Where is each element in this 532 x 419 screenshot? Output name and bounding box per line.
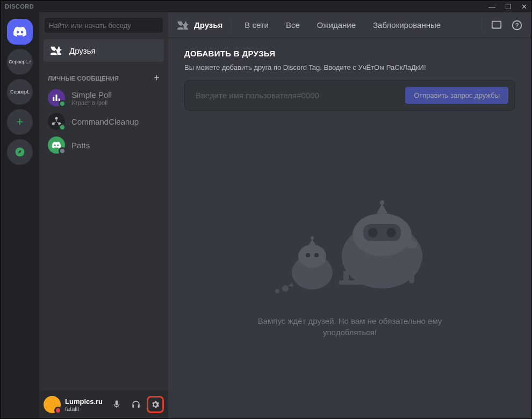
svg-point-25 (282, 285, 289, 292)
add-friend-row: Отправить запрос дружбы (184, 80, 515, 111)
dm-item[interactable]: Patts (44, 134, 164, 156)
app-body: СерверL.r СерверL + Найти или начать бес… (1, 12, 531, 418)
topbar-title: Друзья (194, 20, 222, 30)
find-conversation-input[interactable]: Найти или начать беседу (45, 18, 163, 33)
dm-activity: Играет в /poll (71, 99, 112, 106)
empty-state: Вампус ждёт друзей. Но вам не обязательн… (184, 121, 515, 408)
empty-state-text: Вампус ждёт друзей. Но вам не обязательн… (237, 315, 463, 338)
guild-item[interactable]: СерверL.r (7, 49, 33, 75)
svg-point-3 (55, 117, 58, 120)
svg-text:?: ? (515, 21, 519, 28)
tab-all[interactable]: Все (282, 19, 304, 31)
tab-pending[interactable]: Ожидание (313, 19, 360, 31)
svg-point-19 (306, 253, 310, 257)
user-controls (108, 396, 164, 413)
close-button[interactable]: ✕ (521, 3, 527, 10)
user-tag: fatalit (65, 406, 104, 412)
svg-point-26 (275, 289, 279, 293)
friends-label: Друзья (69, 46, 96, 55)
dm-item[interactable]: Simple Poll Играет в /poll (44, 86, 164, 109)
app-logo: DISCORD (5, 3, 34, 10)
user-panel: Lumpics.ru fatalit (39, 391, 168, 418)
dm-info: Simple Poll Играет в /poll (71, 90, 112, 106)
window-controls: — ☐ ✕ (488, 3, 527, 10)
svg-point-21 (311, 236, 314, 240)
add-friend-title: ДОБАВИТЬ В ДРУЗЬЯ (184, 49, 515, 58)
svg-point-12 (368, 228, 378, 237)
svg-rect-1 (56, 95, 57, 101)
dm-name: Simple Poll (71, 90, 112, 99)
help-button[interactable]: ? (511, 19, 523, 31)
topbar: Друзья В сети Все Ожидание Заблокированн… (168, 12, 531, 38)
guild-item[interactable]: СерверL (7, 79, 33, 105)
status-offline-icon (59, 147, 66, 155)
friends-icon (50, 45, 62, 56)
divider (481, 19, 482, 32)
create-dm-button[interactable]: + (154, 73, 160, 84)
svg-point-18 (298, 244, 326, 268)
dm-section-header: ЛИЧНЫЕ СООБЩЕНИЯ + (48, 73, 160, 84)
send-friend-request-button[interactable]: Отправить запрос дружбы (405, 87, 508, 104)
app-window: DISCORD — ☐ ✕ СерверL.r СерверL + Найти … (0, 0, 532, 419)
svg-point-13 (386, 228, 396, 237)
tab-online[interactable]: В сети (240, 19, 273, 31)
svg-point-4 (52, 122, 55, 125)
headphones-icon (131, 400, 141, 409)
guild-sidebar: СерверL.r СерверL + (1, 12, 39, 418)
svg-rect-24 (355, 271, 361, 281)
add-server-button[interactable]: + (7, 109, 33, 135)
add-friend-subtitle: Вы можете добавить друга по Discord Tag.… (184, 63, 515, 71)
user-settings-button[interactable] (147, 396, 164, 413)
deafen-button[interactable] (127, 396, 145, 413)
dm-item[interactable]: CommandCleanup (44, 110, 164, 133)
add-friend-input[interactable] (191, 89, 405, 102)
svg-rect-22 (339, 280, 366, 285)
svg-rect-0 (53, 97, 54, 102)
svg-rect-15 (409, 251, 414, 283)
main-content: Друзья В сети Все Ожидание Заблокированн… (168, 12, 531, 418)
dm-name: CommandCleanup (71, 117, 139, 126)
svg-rect-6 (492, 21, 501, 28)
status-online-icon (59, 100, 66, 107)
wumpus-illustration (248, 192, 452, 299)
compass-icon (15, 147, 25, 157)
status-dnd-icon (54, 407, 62, 414)
explore-servers-button[interactable] (7, 139, 33, 165)
new-group-dm-button[interactable] (491, 19, 502, 31)
avatar (48, 136, 65, 154)
mute-button[interactable] (108, 396, 125, 413)
friends-nav-button[interactable]: Друзья (44, 39, 164, 62)
gear-icon (150, 400, 160, 409)
titlebar: DISCORD — ☐ ✕ (1, 1, 531, 12)
tab-blocked[interactable]: Заблокированные (369, 19, 445, 31)
dm-info: CommandCleanup (71, 117, 139, 126)
svg-point-20 (314, 253, 319, 257)
status-online-icon (59, 124, 66, 131)
user-avatar[interactable] (44, 396, 61, 413)
maximize-button[interactable]: ☐ (505, 3, 512, 10)
avatar (48, 89, 65, 106)
home-button[interactable] (7, 19, 33, 45)
help-icon: ? (511, 19, 523, 31)
microphone-icon (112, 400, 121, 409)
svg-point-14 (380, 200, 384, 205)
topbar-right: ? (481, 19, 523, 32)
dm-header-label: ЛИЧНЫЕ СООБЩЕНИЯ (48, 75, 119, 82)
screen-icon (491, 19, 502, 31)
content-area: ДОБАВИТЬ В ДРУЗЬЯ Вы можете добавить дру… (168, 38, 531, 418)
avatar (48, 113, 65, 130)
discord-logo-icon (13, 26, 27, 37)
channel-sidebar: Найти или начать беседу Друзья ЛИЧНЫЕ СО… (39, 12, 168, 418)
dm-name: Patts (71, 141, 90, 150)
friends-icon (177, 19, 189, 31)
dm-info: Patts (71, 141, 90, 150)
svg-rect-23 (343, 271, 349, 281)
minimize-button[interactable]: — (488, 3, 495, 10)
user-info: Lumpics.ru fatalit (65, 398, 104, 412)
user-name: Lumpics.ru (65, 398, 104, 406)
topbar-friends-heading: Друзья (177, 19, 232, 31)
